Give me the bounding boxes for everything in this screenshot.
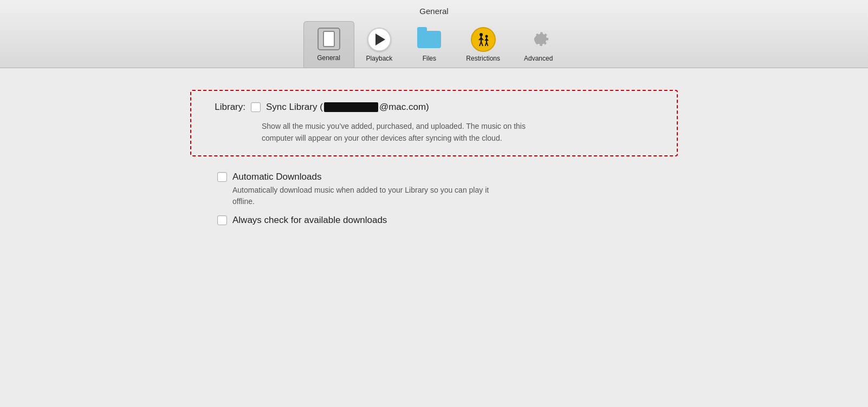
general-icon — [316, 26, 342, 52]
always-check-header: Always check for available downloads — [217, 215, 705, 226]
automatic-downloads-row: Automatic Downloads Automatically downlo… — [217, 172, 705, 207]
always-check-label: Always check for available downloads — [232, 215, 387, 226]
library-row: Library: Sync Library (@mac.com) — [208, 102, 660, 113]
tab-playback-label: Playback — [366, 55, 393, 62]
automatic-downloads-label: Automatic Downloads — [232, 172, 321, 182]
tab-files[interactable]: Files — [404, 22, 454, 68]
sync-text: Sync Library ( — [266, 102, 323, 113]
sync-library-checkbox[interactable] — [251, 102, 261, 112]
library-highlight-box: Library: Sync Library (@mac.com) Show al… — [190, 90, 678, 156]
tab-advanced[interactable]: Advanced — [512, 22, 565, 68]
advanced-icon — [526, 27, 552, 52]
files-icon — [416, 27, 442, 52]
toolbar: General General Playback — [0, 0, 868, 68]
always-check-row: Always check for available downloads — [217, 215, 705, 226]
email-suffix: @mac.com) — [379, 102, 429, 113]
restrictions-icon — [470, 27, 496, 52]
sync-library-label: Sync Library (@mac.com) — [266, 102, 429, 113]
general-device-icon — [318, 28, 340, 50]
automatic-downloads-description: Automatically download music when added … — [232, 185, 503, 207]
tab-restrictions-label: Restrictions — [466, 55, 500, 62]
tab-general-label: General — [317, 54, 340, 62]
content-area: Library: Sync Library (@mac.com) Show al… — [0, 68, 868, 407]
gear-svg — [528, 29, 549, 50]
tab-playback[interactable]: Playback — [354, 22, 405, 68]
playback-icon — [366, 27, 392, 52]
preferences-window: General General Playback — [0, 0, 868, 407]
sync-library-description: Show all the music you’ve added, purchas… — [262, 120, 543, 145]
svg-line-11 — [487, 42, 488, 46]
tab-advanced-label: Advanced — [524, 55, 553, 62]
play-button-icon — [367, 28, 391, 51]
svg-point-6 — [485, 35, 488, 38]
window-title: General — [419, 6, 448, 16]
tab-bar: General Playback Files — [303, 21, 565, 68]
tab-general[interactable]: General — [303, 21, 354, 68]
svg-point-0 — [480, 33, 483, 36]
settings-section: Automatic Downloads Automatically downlo… — [217, 172, 705, 226]
parental-control-icon — [471, 27, 496, 52]
tab-files-label: Files — [423, 55, 436, 62]
library-label: Library: — [208, 102, 245, 113]
email-redacted — [324, 102, 378, 112]
gear-icon — [526, 27, 551, 52]
folder-icon — [417, 31, 441, 48]
svg-line-5 — [481, 42, 483, 46]
tab-restrictions[interactable]: Restrictions — [454, 22, 512, 68]
always-check-checkbox[interactable] — [217, 215, 227, 225]
parental-svg — [476, 32, 491, 47]
automatic-downloads-checkbox[interactable] — [217, 172, 227, 182]
automatic-downloads-header: Automatic Downloads — [217, 172, 705, 182]
